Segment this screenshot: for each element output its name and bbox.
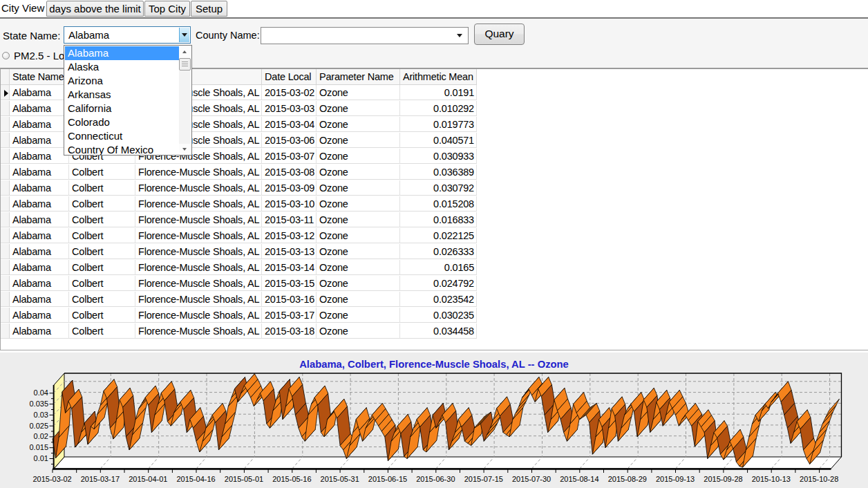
svg-text:2015-07-15: 2015-07-15 xyxy=(464,475,503,483)
svg-text:0.04: 0.04 xyxy=(34,388,48,397)
svg-text:0.025: 0.025 xyxy=(29,422,48,430)
svg-text:0.035: 0.035 xyxy=(29,400,48,408)
svg-text:2015-10-28: 2015-10-28 xyxy=(800,475,838,483)
svg-text:2015-08-14: 2015-08-14 xyxy=(560,475,598,483)
svg-text:2015-06-30: 2015-06-30 xyxy=(416,475,455,483)
svg-text:0.02: 0.02 xyxy=(34,432,48,440)
svg-text:2015-03-17: 2015-03-17 xyxy=(81,475,120,483)
svg-text:2015-04-16: 2015-04-16 xyxy=(176,475,215,483)
svg-text:2015-03-02: 2015-03-02 xyxy=(32,475,71,483)
svg-text:2015-05-16: 2015-05-16 xyxy=(272,475,311,483)
svg-text:0.03: 0.03 xyxy=(34,411,48,419)
svg-text:2015-08-29: 2015-08-29 xyxy=(608,475,647,483)
svg-text:2015-10-13: 2015-10-13 xyxy=(752,475,791,483)
svg-text:2015-07-30: 2015-07-30 xyxy=(512,475,551,483)
svg-text:2015-09-13: 2015-09-13 xyxy=(656,475,695,483)
svg-text:2015-04-01: 2015-04-01 xyxy=(129,475,167,483)
svg-text:0.015: 0.015 xyxy=(29,443,48,451)
svg-text:0.01: 0.01 xyxy=(34,454,48,462)
svg-text:2015-05-31: 2015-05-31 xyxy=(321,475,359,483)
svg-text:2015-06-15: 2015-06-15 xyxy=(368,475,407,483)
svg-text:2015-05-01: 2015-05-01 xyxy=(225,475,263,483)
svg-text:2015-09-28: 2015-09-28 xyxy=(704,475,742,483)
